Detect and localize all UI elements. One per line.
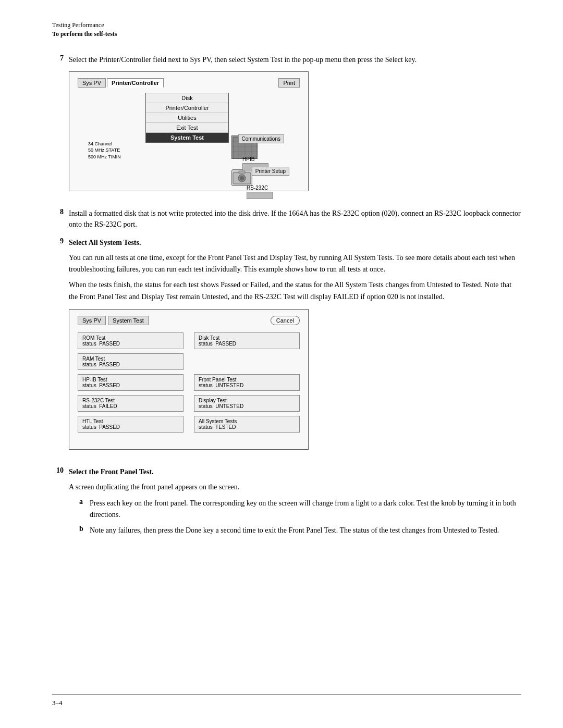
diagram-2: Sys PV System Test Cancel ROM Test statu… bbox=[69, 309, 309, 450]
sub-step-b-letter: b bbox=[79, 525, 87, 536]
printer-controller-tab[interactable]: Printer/Controller bbox=[107, 78, 164, 88]
header-line1: Testing Performance bbox=[52, 21, 521, 30]
disk-test-name: Disk Test bbox=[199, 335, 295, 341]
htl-test-item[interactable]: HTL Test status PASSED bbox=[78, 416, 183, 433]
svg-rect-10 bbox=[239, 171, 245, 174]
dropdown-menu: Disk Printer/Controller Utilities Exit T… bbox=[145, 93, 229, 143]
svg-point-9 bbox=[240, 176, 244, 180]
diag2-cancel-btn[interactable]: Cancel bbox=[271, 316, 300, 325]
step-7-content: Select the Printer/Controller field next… bbox=[69, 54, 521, 201]
sub-step-b-text: Note any failures, then press the Done k… bbox=[90, 525, 499, 536]
rom-test-item[interactable]: ROM Test status PASSED bbox=[78, 332, 183, 349]
side-label-2: 50 MHz STATE bbox=[88, 147, 121, 154]
disk-test-item[interactable]: Disk Test status PASSED bbox=[194, 332, 300, 349]
ram-test-item[interactable]: RAM Test status PASSED bbox=[78, 353, 183, 370]
step-9-text: Select All System Tests. bbox=[69, 237, 521, 248]
side-label-3: 500 MHz TIMIN bbox=[88, 154, 121, 161]
rs232c-label: RS-232C bbox=[247, 185, 273, 199]
diag2-system-test-tab[interactable]: System Test bbox=[108, 316, 149, 325]
hpib-test-name: HP-IB Test bbox=[82, 377, 179, 382]
sub-step-a-letter: a bbox=[79, 498, 87, 521]
step-9-sub2: When the tests finish, the status for ea… bbox=[69, 279, 521, 303]
ram-test-name: RAM Test bbox=[82, 356, 179, 362]
page-footer: 3–4 bbox=[52, 694, 521, 707]
step-9: 9 Select All System Tests. You can run a… bbox=[52, 237, 521, 460]
sub-step-a-text: Press each key on the front panel. The c… bbox=[90, 498, 521, 521]
step-7: 7 Select the Printer/Controller field ne… bbox=[52, 54, 521, 201]
step-7-text: Select the Printer/Controller field next… bbox=[69, 54, 521, 65]
diag2-header: Sys PV System Test Cancel bbox=[78, 316, 300, 325]
menu-printer-controller[interactable]: Printer/Controller bbox=[146, 103, 228, 113]
disk-test-status: status PASSED bbox=[199, 341, 295, 347]
rs232c-test-status: status FAILED bbox=[82, 403, 179, 409]
sys-pv-tab[interactable]: Sys PV bbox=[78, 78, 106, 88]
hpib-test-item[interactable]: HP-IB Test status PASSED bbox=[78, 374, 183, 391]
htl-test-name: HTL Test bbox=[82, 418, 179, 424]
menu-disk[interactable]: Disk bbox=[146, 93, 228, 103]
rom-test-status: status PASSED bbox=[82, 341, 179, 347]
step-9-content: Select All System Tests. You can run all… bbox=[69, 237, 521, 460]
step-10-content: Select the Front Panel Test. A screen du… bbox=[69, 466, 521, 537]
steps-container: 7 Select the Printer/Controller field ne… bbox=[52, 54, 521, 537]
print-btn[interactable]: Print bbox=[278, 78, 300, 88]
step-7-number: 7 bbox=[52, 54, 64, 201]
step-10-sub-a: a Press each key on the front panel. The… bbox=[79, 498, 521, 521]
page-header: Testing Performance To perform the self-… bbox=[52, 21, 521, 39]
hpib-test-status: status PASSED bbox=[82, 382, 179, 388]
test-grid: ROM Test status PASSED Disk Test status … bbox=[78, 332, 300, 433]
communications-box: Communications bbox=[238, 134, 284, 143]
menu-exit-test[interactable]: Exit Test bbox=[146, 123, 228, 133]
step-8-content: Install a formatted disk that is not wri… bbox=[69, 208, 521, 230]
all-system-tests-name: All System Tests bbox=[199, 418, 295, 424]
rs232c-test-name: RS-232C Test bbox=[82, 398, 179, 403]
display-test-name: Display Test bbox=[199, 398, 295, 403]
display-test-item[interactable]: Display Test status UNTESTED bbox=[194, 395, 300, 412]
step-10-sub-b: b Note any failures, then press the Done… bbox=[79, 525, 521, 536]
step-10-number: 10 bbox=[52, 466, 64, 537]
all-system-tests-status: status TESTED bbox=[199, 424, 295, 430]
step-8-number: 8 bbox=[52, 208, 64, 230]
printer-setup-box: Printer Setup bbox=[252, 167, 289, 176]
step-9-number: 9 bbox=[52, 237, 64, 460]
htl-test-status: status PASSED bbox=[82, 424, 179, 430]
front-panel-test-name: Front Panel Test bbox=[199, 377, 295, 382]
rs232c-test-item[interactable]: RS-232C Test status FAILED bbox=[78, 395, 183, 412]
page-number: 3–4 bbox=[52, 699, 63, 707]
step-8-text: Install a formatted disk that is not wri… bbox=[69, 208, 521, 230]
diagram-1: Sys PV Printer/Controller Print Disk Pri… bbox=[69, 71, 309, 191]
diag2-sys-pv-tab[interactable]: Sys PV bbox=[78, 316, 106, 325]
all-system-tests-item[interactable]: All System Tests status TESTED bbox=[194, 416, 300, 433]
step-8: 8 Install a formatted disk that is not w… bbox=[52, 208, 521, 230]
step-10-text: Select the Front Panel Test. bbox=[69, 466, 521, 477]
diag1-inner: Sys PV Printer/Controller Print Disk Pri… bbox=[78, 78, 300, 188]
step-10-sub1: A screen duplicating the front panel app… bbox=[69, 482, 521, 493]
menu-utilities[interactable]: Utilities bbox=[146, 113, 228, 123]
step-9-sub1: You can run all tests at one time, excep… bbox=[69, 252, 521, 276]
camera-icon bbox=[231, 169, 252, 186]
front-panel-test-status: status UNTESTED bbox=[199, 382, 295, 388]
diag1-tab-row: Sys PV Printer/Controller Print bbox=[78, 78, 300, 88]
side-label-1: 34 Channel bbox=[88, 141, 121, 147]
front-panel-test-item[interactable]: Front Panel Test status UNTESTED bbox=[194, 374, 300, 391]
rom-test-name: ROM Test bbox=[82, 335, 179, 341]
display-test-status: status UNTESTED bbox=[199, 403, 295, 409]
side-labels: 34 Channel 50 MHz STATE 500 MHz TIMIN bbox=[88, 141, 121, 161]
header-line2: To perform the self-tests bbox=[52, 30, 521, 39]
ram-test-status: status PASSED bbox=[82, 362, 179, 367]
step-10: 10 Select the Front Panel Test. A screen… bbox=[52, 466, 521, 537]
menu-system-test[interactable]: System Test bbox=[146, 133, 228, 142]
